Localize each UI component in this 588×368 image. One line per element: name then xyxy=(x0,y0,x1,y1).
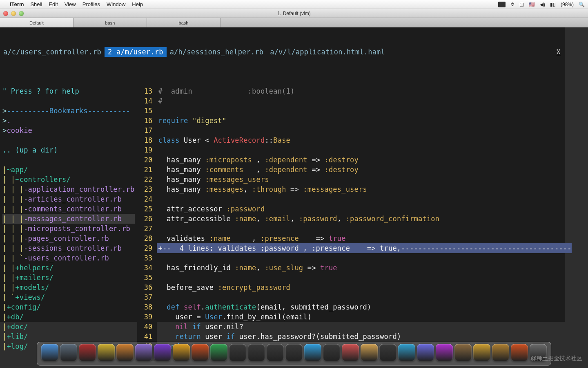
iterm-tab[interactable]: bash xyxy=(74,18,147,27)
menu-window[interactable]: Window xyxy=(107,1,125,7)
code-line[interactable]: has_many :comments , :dependent => :dest… xyxy=(157,165,572,175)
dock-app-icon[interactable] xyxy=(116,344,134,361)
vim-tab-close[interactable]: X xyxy=(552,47,565,57)
tree-line[interactable]: |~app/ xyxy=(2,165,135,175)
dock-app-icon[interactable] xyxy=(379,344,396,361)
tree-line[interactable]: .. (up a dir) xyxy=(2,145,135,155)
tree-line[interactable] xyxy=(2,135,135,145)
vim-editor-pane[interactable]: 1314151617181920212223242526272829333435… xyxy=(137,86,572,361)
tree-line[interactable]: | | |-articles_controller.rb xyxy=(2,194,135,204)
tree-line[interactable]: >cookie xyxy=(2,126,135,135)
dock-app-icon[interactable] xyxy=(304,344,321,361)
code-line[interactable]: nil if user.nil? xyxy=(157,322,572,332)
tree-line[interactable]: | | |-application_controller.rb xyxy=(2,184,135,194)
dock-app-icon[interactable] xyxy=(79,344,96,361)
dock-app-icon[interactable] xyxy=(98,344,115,361)
dock-app-icon[interactable] xyxy=(267,344,284,361)
code-line[interactable]: def self.authenticate(email, submitted_p… xyxy=(157,302,572,312)
code-line[interactable]: return user if user.has_password?(submit… xyxy=(157,332,572,341)
dock-app-icon[interactable] xyxy=(154,344,171,361)
menu-extra-icon[interactable] xyxy=(498,2,506,7)
dock-app-icon[interactable] xyxy=(173,344,190,361)
dock-app-icon[interactable] xyxy=(60,344,77,361)
dock-app-icon[interactable] xyxy=(323,344,340,361)
dock-app-icon[interactable] xyxy=(417,344,434,361)
code-line[interactable]: has_many :messages, :through => :message… xyxy=(157,184,572,194)
menu-extra-icon[interactable]: ▢ xyxy=(519,2,524,7)
tree-line[interactable]: | |+models/ xyxy=(2,283,135,292)
code-line[interactable]: has_many :microposts , :dependent => :de… xyxy=(157,155,572,165)
code-line[interactable]: has_friendly_id :name, :use_slug => true xyxy=(157,263,572,273)
code-line[interactable] xyxy=(157,253,572,263)
iterm-tab[interactable]: Default xyxy=(0,18,74,27)
dock-app-icon[interactable] xyxy=(454,344,472,361)
code-line[interactable]: attr_accessible :name, :email, :password… xyxy=(157,214,572,224)
tree-line[interactable]: " Press ? for help xyxy=(2,86,135,96)
tree-line[interactable]: | | |-pages_controller.rb xyxy=(2,233,135,243)
tree-line[interactable]: >. xyxy=(2,116,135,126)
code-line[interactable]: user = User.find_by_email(email) xyxy=(157,312,572,322)
code-line[interactable]: # xyxy=(157,96,572,106)
code-line[interactable] xyxy=(157,126,572,135)
dock-app-icon[interactable] xyxy=(41,344,58,361)
tree-line[interactable]: | | |-microposts_controller.rb xyxy=(2,224,135,233)
terminal-vim[interactable]: a/c/users_controller.rb 2 a/m/user.rb a/… xyxy=(0,27,565,322)
code-line[interactable]: has_many :messages_users xyxy=(157,175,572,184)
tree-line[interactable]: | |+helpers/ xyxy=(2,263,135,273)
close-window-button[interactable] xyxy=(3,11,8,16)
tree-line[interactable]: | | `-users_controller.rb xyxy=(2,253,135,263)
tree-line[interactable]: |+config/ xyxy=(2,302,135,312)
tree-line[interactable] xyxy=(2,155,135,165)
code-line[interactable]: class User < ActiveRecord::Base xyxy=(157,135,572,145)
code-line[interactable] xyxy=(157,106,572,116)
code-line[interactable]: attr_accessor :password xyxy=(157,204,572,214)
dock-app-icon[interactable] xyxy=(342,344,359,361)
tree-line[interactable] xyxy=(2,96,135,106)
tree-line[interactable]: |+db/ xyxy=(2,312,135,322)
menu-view[interactable]: View xyxy=(65,1,76,7)
code-line[interactable]: # admin :boolean(1) xyxy=(157,86,572,96)
tree-line[interactable]: |+doc/ xyxy=(2,322,135,332)
tree-line[interactable]: | |~controllers/ xyxy=(2,175,135,184)
tree-line[interactable]: | | |-comments_controller.rb xyxy=(2,204,135,214)
vim-buffer-tab[interactable]: a/v/l/application.html.haml xyxy=(267,47,388,57)
dock-app-icon[interactable] xyxy=(210,344,227,361)
menu-help[interactable]: Help xyxy=(132,1,143,7)
code-line[interactable]: +-- 4 lines: validates :password , :pres… xyxy=(157,243,572,253)
code-line[interactable]: before_save :encrypt_password xyxy=(157,283,572,292)
tree-line[interactable]: | |+mailers/ xyxy=(2,273,135,283)
battery-icon[interactable]: ▮▯ xyxy=(550,2,556,7)
dock-app-icon[interactable] xyxy=(135,344,152,361)
code-line[interactable] xyxy=(157,194,572,204)
code-line[interactable]: require "digest" xyxy=(157,116,572,126)
iterm-tab[interactable]: bash xyxy=(147,18,220,27)
dock-app-icon[interactable] xyxy=(398,344,415,361)
vim-buffer-tab[interactable]: a/c/users_controller.rb xyxy=(0,47,105,57)
zoom-window-button[interactable] xyxy=(19,11,24,16)
code-line[interactable] xyxy=(157,145,572,155)
code-line[interactable] xyxy=(157,273,572,283)
minimize-window-button[interactable] xyxy=(11,11,16,16)
vim-buffer-tab[interactable]: a/h/sessions_helper.rb xyxy=(167,47,267,57)
dock-app-icon[interactable] xyxy=(285,344,303,361)
window-titlebar[interactable]: 1. Default (vim) xyxy=(0,9,588,18)
flag-icon[interactable]: 🇺🇸 xyxy=(529,2,535,7)
menu-extra-icon[interactable]: ✲ xyxy=(510,2,514,7)
code-line[interactable]: validates :name , :presence => true xyxy=(157,233,572,243)
tree-line[interactable]: |+lib/ xyxy=(2,332,135,341)
menu-edit[interactable]: Edit xyxy=(49,1,58,7)
dock-app-icon[interactable] xyxy=(361,344,378,361)
dock-app-icon[interactable] xyxy=(511,344,528,361)
tree-line[interactable]: | | |-sessions_controller.rb xyxy=(2,243,135,253)
menubar-app[interactable]: iTerm xyxy=(10,1,24,7)
code-line[interactable] xyxy=(157,292,572,302)
dock-app-icon[interactable] xyxy=(192,344,209,361)
code-area[interactable]: # admin :boolean(1)#require "digest"clas… xyxy=(157,86,572,361)
spotlight-icon[interactable]: 🔍 xyxy=(579,2,585,7)
dock-app-icon[interactable] xyxy=(473,344,490,361)
tree-line[interactable]: | `+views/ xyxy=(2,292,135,302)
dock-app-icon[interactable] xyxy=(436,344,453,361)
dock-app-icon[interactable] xyxy=(229,344,246,361)
tree-line[interactable]: | | |-messages_controller.rb xyxy=(2,214,135,224)
vim-buffer-tab[interactable]: 2 a/m/user.rb xyxy=(105,47,167,57)
